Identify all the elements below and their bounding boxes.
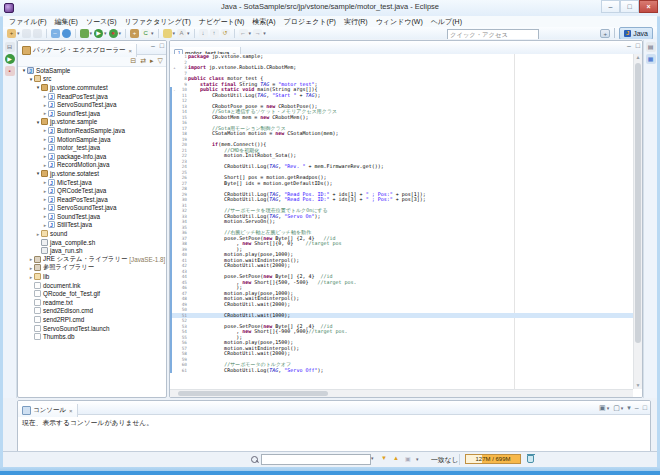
external-tools-icon[interactable]: ●▾ [109, 28, 122, 38]
pin-console-icon[interactable]: ▾ [627, 403, 631, 412]
globe-icon[interactable] [62, 28, 71, 38]
line-number[interactable]: 61 [177, 368, 188, 374]
tree-item[interactable]: send2RPI.cmd [18, 315, 166, 324]
tree-item[interactable]: ▸Jpackage-info.java [18, 152, 166, 161]
tree-item[interactable]: ▸JReadPosTest.java [18, 92, 166, 101]
tree-item[interactable]: ▸JStillTest.java [18, 221, 166, 230]
run-garbage-collector-icon[interactable] [527, 455, 534, 463]
tree-item[interactable]: ▾src [18, 75, 166, 84]
tree-item[interactable]: ▸lib [18, 272, 166, 281]
display-console-icon[interactable]: ▢ [613, 403, 620, 412]
forward-icon[interactable]: →▾ [253, 28, 266, 38]
find-history-dropdown-icon[interactable]: ▾ [371, 455, 374, 461]
close-view-icon[interactable]: × [129, 48, 133, 54]
highlight-all-icon[interactable]: ▣ [405, 455, 411, 462]
maximize-panel-icon[interactable]: □ [643, 403, 647, 412]
monitor-icon[interactable]: – [51, 28, 60, 38]
close-window-button[interactable]: × [639, 0, 658, 13]
menu-navigate[interactable]: ナビゲート(N) [195, 17, 248, 27]
title-bar[interactable]: Java - SotaSample/src/jp/vstone/sample/m… [0, 0, 660, 17]
last-edit-location-icon[interactable]: ↺ [221, 28, 230, 38]
mark-occurrences-icon[interactable]: A▾ [177, 28, 190, 38]
prev-annotation-icon[interactable]: ↑ [210, 28, 219, 38]
link-with-editor-icon[interactable]: ⇄ [140, 56, 146, 66]
collapse-all-icon[interactable]: ⊟ [130, 56, 136, 66]
package-explorer-tab[interactable]: パッケージ・エクスプローラー × [18, 44, 137, 57]
search-icon[interactable]: ▾ [163, 28, 176, 38]
code-editor[interactable]: 1package jp.vstone.sample;2+3import jp.v… [170, 54, 633, 389]
tree-item[interactable]: ▸JButtonReadSample.java [18, 126, 166, 135]
console-tab[interactable]: コンソール × [18, 404, 78, 417]
next-annotation-icon[interactable]: ↓ [199, 28, 208, 38]
tree-item[interactable]: ▸JRE システム・ライブラリー[JavaSE-1.8] [18, 255, 166, 264]
minimized-tasklist-icon[interactable]: ▦ [646, 54, 656, 64]
menu-edit[interactable]: 編集(E) [51, 17, 82, 27]
tree-item[interactable]: ▸参照ライブラリー [18, 264, 166, 273]
tree-item[interactable]: ServoSoundTest.launch [18, 324, 166, 333]
horizontal-scroll-thumb[interactable] [178, 391, 328, 396]
code-line[interactable]: 61 CRobotUtil.Log(TAG, "Servo Off"); [170, 368, 633, 374]
tree-item[interactable]: ▸JServoSoundTest.java [18, 204, 166, 213]
run-icon[interactable]: ▶▾ [94, 28, 107, 38]
minimize-editor-icon[interactable]: – [627, 42, 631, 49]
tree-item[interactable]: ▸sound [18, 229, 166, 238]
editor-vertical-scrollbar[interactable]: ▲ ▼ [633, 54, 642, 389]
tree-item[interactable]: ▸JMicTest.java [18, 178, 166, 187]
tree-item[interactable]: send2Edison.cmd [18, 307, 166, 316]
back-icon[interactable]: ←▾ [239, 28, 252, 38]
menu-window[interactable]: ウィンドウ(W) [372, 17, 427, 27]
menu-run[interactable]: 実行(R) [340, 17, 372, 27]
fastview-run-icon[interactable]: ▶ [5, 54, 15, 64]
scroll-up-icon[interactable]: ▲ [634, 54, 642, 61]
tree-item[interactable]: ▸JRecordMotion.java [18, 161, 166, 170]
maximize-view-icon[interactable]: □ [160, 42, 164, 49]
menu-help[interactable]: ヘルプ(H) [427, 17, 466, 27]
menu-source[interactable]: ソース(S) [82, 17, 121, 27]
editor-horizontal-scrollbar[interactable] [170, 389, 633, 397]
minimize-panel-icon[interactable]: – [635, 403, 639, 412]
menu-project[interactable]: プロジェクト(P) [280, 17, 340, 27]
tree-item[interactable]: readme.txt [18, 298, 166, 307]
view-menu-icon[interactable]: ▽ [158, 56, 163, 66]
debug-icon[interactable]: ▾ [80, 28, 93, 38]
focus-icon[interactable]: ▸ [150, 56, 154, 66]
open-console-icon[interactable]: ▣ [599, 403, 606, 412]
find-input[interactable] [261, 454, 371, 465]
new-wizard-icon[interactable]: +▾ [7, 28, 20, 38]
minimize-view-icon[interactable]: – [151, 42, 155, 49]
maximize-editor-icon[interactable]: □ [636, 42, 640, 49]
minimized-outline-icon[interactable]: ▤ [646, 42, 656, 52]
find-next-icon[interactable]: ▼ [381, 455, 387, 461]
menu-file[interactable]: ファイル(F) [5, 17, 51, 27]
open-perspective-icon[interactable]: + [600, 29, 610, 38]
tree-item[interactable]: ▾JSotaSample [18, 66, 166, 75]
minimize-window-button[interactable]: – [601, 0, 620, 13]
new-class-icon[interactable]: C▾ [141, 28, 154, 38]
fastview-grid-icon[interactable]: ▪ [5, 66, 15, 76]
tree-item[interactable]: java_run.sh [18, 246, 166, 255]
tree-item[interactable]: ▸Jmotor_test.java [18, 143, 166, 152]
java-perspective-button[interactable]: J Java [619, 27, 653, 40]
tree-item[interactable]: Thumbs.db [18, 332, 166, 341]
tree-item[interactable]: document.lnk [18, 281, 166, 290]
close-console-icon[interactable]: × [69, 408, 73, 414]
fastview-restore-icon[interactable]: ⊟ [5, 42, 15, 52]
tree-item[interactable]: ▾jp.vstone.sotatest [18, 169, 166, 178]
tree-item[interactable]: ▸JServoSoundTest.java [18, 100, 166, 109]
tree-item[interactable]: QRcode_fot_Test.gif [18, 289, 166, 298]
menu-search[interactable]: 検索(A) [248, 17, 279, 27]
maximize-window-button[interactable]: □ [620, 0, 639, 13]
menu-refactor[interactable]: リファクタリング(T) [121, 17, 195, 27]
tree-item[interactable]: ▸JSoundTest.java [18, 212, 166, 221]
tree-item[interactable]: ▸JSoundTest.java [18, 109, 166, 118]
scroll-down-icon[interactable]: ▼ [634, 382, 642, 389]
tree-item[interactable]: ▾jp.vstone.sample [18, 118, 166, 127]
tree-item[interactable]: ▸JReadPosTest.java [18, 195, 166, 204]
new-java-project-icon[interactable]: + [130, 28, 139, 38]
find-options-dropdown-icon[interactable]: ▾ [416, 456, 419, 462]
tree-item[interactable]: ▾jp.vstone.commutest [18, 83, 166, 92]
vertical-scroll-thumb[interactable] [635, 63, 641, 343]
tree-item[interactable]: ▸JMotionSample.java [18, 135, 166, 144]
tree-item[interactable]: ▸JQRCodeTest.java [18, 186, 166, 195]
find-previous-icon[interactable]: ▲ [393, 455, 399, 461]
